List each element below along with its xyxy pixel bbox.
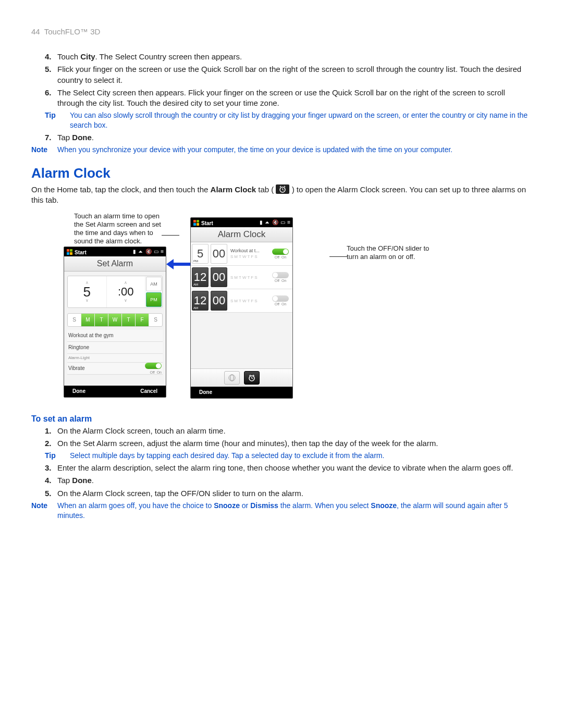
day-toggle[interactable]: S (149, 314, 162, 326)
alarm-intro: On the Home tab, tap the clock, and then… (31, 184, 532, 206)
list-item: 5.On the Alarm Clock screen, tap the OFF… (45, 488, 532, 499)
alarm-row[interactable]: PM500Workout at t...SMTWTFSOff On (191, 242, 292, 266)
alarm-hour[interactable]: AM12 (192, 267, 209, 287)
worldclock-tab-icon[interactable] (224, 371, 240, 385)
day-toggle[interactable]: F (136, 314, 149, 326)
page-number: 44 (31, 27, 40, 36)
alarm-clock-heading: Alarm Clock (31, 165, 532, 181)
callout-set-alarm: Touch an alarm time to open the Set Alar… (74, 212, 168, 246)
vibrate-option[interactable]: Vibrate Off On (67, 363, 163, 375)
days-selector[interactable]: SMTWTFS (67, 313, 163, 327)
status-bar: Start ▮⏶🔇▭≡ (64, 247, 166, 256)
list-item: 6.The Select City screen then appears. F… (45, 88, 532, 109)
screen-title: Alarm Clock (191, 227, 292, 242)
svg-point-1 (229, 375, 235, 381)
list-item: 1.On the Alarm Clock screen, touch an al… (45, 426, 532, 436)
alarm-row[interactable]: AM1200SMTWTFSOff On (191, 266, 292, 289)
alarm-toggle[interactable] (272, 249, 289, 255)
arrow-icon (165, 258, 190, 270)
menu-icon: ≡ (287, 219, 290, 225)
alarm-minute[interactable]: 00 (211, 291, 227, 311)
note-sync: NoteWhen you synchronize your device wit… (31, 145, 532, 155)
vibrate-toggle[interactable] (145, 363, 162, 369)
set-alarm-screenshot: Start ▮⏶🔇▭≡ Set Alarm ∧5∨ ∧:00∨ AMPM SMT… (64, 246, 166, 398)
done-button[interactable]: Done (199, 389, 212, 395)
note-snooze: NoteWhen an alarm goes off, you have the… (31, 501, 532, 521)
callout-line (329, 256, 347, 257)
list-item: 3.Enter the alarm description, select th… (45, 463, 532, 473)
status-icons: ▮⏶🔇▭≡ (260, 219, 290, 225)
status-icons: ▮⏶🔇▭≡ (133, 249, 164, 254)
done-button[interactable]: Done (72, 388, 85, 394)
day-toggle[interactable]: M (81, 314, 95, 326)
cancel-button[interactable]: Cancel (140, 388, 157, 394)
hour-wheel[interactable]: ∧5∨ (68, 276, 107, 307)
wifi-icon: ⏶ (138, 249, 143, 254)
list-item: 4.Touch City. The Select Country screen … (45, 52, 532, 62)
step-7: 7.Tap Done. (45, 132, 532, 143)
day-toggle[interactable]: T (122, 314, 136, 326)
alarm-description-input[interactable]: Workout at the gym (67, 330, 163, 342)
list-item: 4.Tap Done. (45, 475, 532, 486)
start-label[interactable]: Start (75, 250, 87, 255)
status-bar: Start ▮⏶🔇▭≡ (191, 218, 292, 227)
signal-icon: ▮ (260, 219, 263, 225)
speaker-icon: 🔇 (272, 219, 278, 225)
windows-flag-icon (193, 220, 199, 226)
day-toggle[interactable]: S (68, 314, 81, 326)
tip-multiple-days: TipSelect multiple days by tapping each … (45, 451, 532, 461)
alarm-row[interactable]: AM1200SMTWTFSOff On (191, 289, 292, 313)
alarm-hour[interactable]: AM12 (192, 291, 209, 311)
speaker-icon: 🔇 (145, 249, 152, 254)
ampm-toggle[interactable]: AMPM (145, 276, 162, 307)
callout-line (162, 235, 179, 236)
alarm-tab-icon (276, 184, 289, 194)
alarm-toggle[interactable] (272, 295, 289, 302)
list-item: 5.Flick your finger on the screen or use… (45, 64, 532, 85)
minute-wheel[interactable]: ∧:00∨ (107, 276, 146, 307)
alarm-tab-icon[interactable] (244, 371, 260, 385)
bottom-bar: Done (191, 387, 292, 398)
bottom-bar: Done Cancel (64, 386, 166, 397)
tip-country-city: TipYou can also slowly scroll through th… (45, 110, 532, 130)
callout-slider: Touch the OFF/ON slider to turn an alarm… (347, 244, 430, 262)
day-indicators: SMTWTFS (230, 254, 270, 259)
battery-icon: ▭ (280, 219, 285, 225)
alarm-clock-screenshot: Start ▮⏶🔇▭≡ Alarm Clock PM500Workout at … (190, 217, 293, 399)
alarm-hour[interactable]: PM5 (192, 244, 209, 264)
day-indicators: SMTWTFS (230, 275, 270, 280)
list-item: 2.On the Set Alarm screen, adjust the al… (45, 438, 532, 449)
ringtone-option[interactable]: Ringtone (67, 342, 163, 354)
signal-icon: ▮ (133, 249, 136, 254)
windows-flag-icon (66, 249, 72, 255)
to-set-alarm-heading: To set an alarm (31, 414, 532, 424)
day-indicators: SMTWTFS (230, 299, 270, 303)
alarm-minute[interactable]: 00 (211, 244, 227, 264)
step-7-text: Tap Done. (57, 133, 94, 142)
alarm-light-option[interactable]: Alarm-Light (67, 354, 163, 363)
page-header: 44 TouchFLO™ 3D (31, 27, 532, 36)
wifi-icon: ⏶ (265, 219, 270, 225)
start-label[interactable]: Start (201, 220, 213, 226)
alarm-toggle[interactable] (272, 272, 289, 278)
day-toggle[interactable]: W (108, 314, 122, 326)
day-toggle[interactable]: T (95, 314, 108, 326)
screen-title: Set Alarm (64, 256, 166, 272)
svg-point-2 (230, 375, 234, 381)
alarm-minute[interactable]: 00 (211, 267, 227, 287)
menu-icon: ≡ (161, 249, 164, 254)
battery-icon: ▭ (154, 249, 158, 254)
section-name: TouchFLO™ 3D (44, 27, 101, 36)
time-picker[interactable]: ∧5∨ ∧:00∨ AMPM (67, 276, 163, 308)
tab-bar (191, 368, 292, 387)
